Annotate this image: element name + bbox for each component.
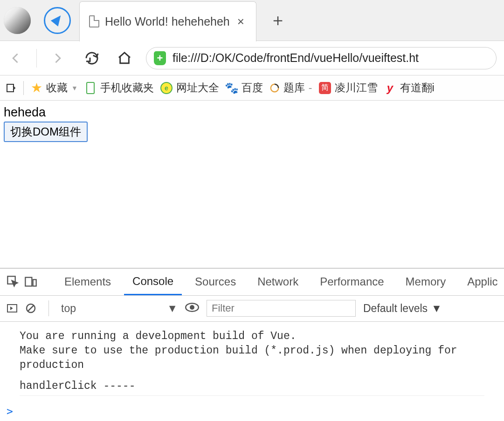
context-label: top	[61, 302, 76, 315]
divider	[48, 300, 49, 316]
phone-icon	[86, 82, 95, 94]
tab-elements[interactable]: Elements	[56, 268, 119, 295]
tab-console[interactable]: Console	[124, 268, 182, 295]
bookmarks-bar: ★ 收藏 ▼ 手机收藏夹 e 网址大全 🐾 百度 题库 - 简 凌川江雪 y 有…	[0, 75, 504, 101]
bookmark-label: 有道翻i	[400, 81, 435, 95]
devtools-tabs: Elements Console Sources Network Perform…	[0, 269, 504, 296]
page-icon	[89, 15, 99, 27]
console-output: You are running a development build of V…	[0, 322, 504, 401]
levels-label: Default levels	[363, 302, 428, 315]
tab-network[interactable]: Network	[249, 268, 307, 295]
device-toolbar-icon[interactable]	[24, 275, 37, 288]
new-tab-button[interactable]: ＋	[269, 9, 286, 32]
divider	[23, 81, 24, 95]
prompt-caret-icon: >	[7, 405, 13, 417]
bookmark-label: 网址大全	[176, 81, 219, 95]
browser-tab[interactable]: Hello World! heheheheh ×	[79, 1, 256, 41]
console-prompt[interactable]: >	[0, 401, 504, 421]
avatar[interactable]	[4, 7, 31, 34]
toolbar: file:///D:/OK/Code/frontEnd/vueHello/vue…	[0, 41, 504, 75]
bookmark-lingchuan[interactable]: 简 凌川江雪	[319, 81, 378, 95]
url-text: file:///D:/OK/Code/frontEnd/vueHello/vue…	[173, 51, 419, 65]
bookmark-baidu[interactable]: 🐾 百度	[226, 81, 263, 95]
page-content: heheda 切换DOM组件	[0, 101, 504, 294]
bookmark-label: 手机收藏夹	[100, 81, 154, 95]
bookmark-youdao[interactable]: y 有道翻i	[384, 81, 435, 95]
console-toolbar: top ▼ Default levels ▼	[0, 296, 504, 322]
youdao-icon: y	[384, 82, 396, 94]
svg-rect-3	[25, 278, 32, 286]
tiku-icon	[269, 83, 280, 93]
page-text: heheda	[4, 105, 500, 120]
tab-memory[interactable]: Memory	[397, 268, 455, 295]
reload-button[interactable]	[83, 51, 100, 66]
url-bar[interactable]: file:///D:/OK/Code/frontEnd/vueHello/vue…	[146, 47, 497, 69]
bookmark-label: 百度	[242, 81, 263, 95]
chevron-down-icon: ▼	[431, 302, 442, 315]
log-line: Make sure to use the production build (*…	[20, 344, 484, 373]
divider	[36, 49, 37, 68]
log-levels-select[interactable]: Default levels ▼	[363, 302, 442, 315]
tab-sources[interactable]: Sources	[186, 268, 244, 295]
console-sidebar-icon[interactable]	[7, 303, 18, 314]
360-icon: e	[160, 82, 173, 94]
svg-line-7	[28, 306, 34, 311]
log-line: You are running a development build of V…	[20, 329, 484, 344]
devtools-panel: Elements Console Sources Network Perform…	[0, 268, 504, 421]
toggle-dom-button[interactable]: 切换DOM组件	[4, 122, 88, 142]
tab-application[interactable]: Applic	[459, 268, 504, 295]
star-icon: ★	[30, 82, 42, 94]
close-tab-icon[interactable]: ×	[237, 14, 244, 29]
bookmark-mobile-fav[interactable]: 手机收藏夹	[84, 81, 154, 95]
svg-point-9	[190, 305, 194, 310]
chevron-down-icon: ▼	[167, 302, 178, 315]
live-expression-icon[interactable]	[185, 302, 199, 315]
bookmark-label: 凌川江雪	[335, 81, 378, 95]
filter-input[interactable]	[207, 300, 356, 317]
bookmark-label: 收藏	[46, 81, 68, 95]
svg-rect-0	[7, 84, 14, 92]
back-button[interactable]	[7, 52, 24, 65]
inspect-element-icon[interactable]	[7, 275, 20, 288]
bookmark-tiku[interactable]: 题库 -	[269, 81, 312, 95]
forward-button[interactable]	[49, 52, 66, 65]
chevron-down-icon: ▼	[71, 84, 78, 92]
shield-icon	[154, 51, 166, 65]
bookmark-toggle-icon[interactable]	[6, 82, 17, 94]
bookmark-urls[interactable]: e 网址大全	[160, 81, 219, 95]
tab-bar: Hello World! heheheheh × ＋	[0, 0, 504, 41]
execution-context-select[interactable]: top ▼	[61, 302, 178, 315]
console-message: You are running a development build of V…	[20, 327, 484, 374]
bookmark-favorites[interactable]: ★ 收藏 ▼	[30, 81, 78, 95]
svg-rect-4	[33, 280, 36, 286]
clear-console-icon[interactable]	[25, 303, 36, 314]
baidu-icon: 🐾	[226, 82, 238, 94]
tab-title: Hello World! heheheheh	[105, 15, 230, 28]
log-line: handlerClick -----	[20, 379, 484, 394]
jian-icon: 简	[319, 82, 331, 94]
navigation-icon[interactable]	[44, 7, 71, 34]
location-arrow-icon	[51, 12, 64, 26]
tab-performance[interactable]: Performance	[311, 268, 392, 295]
console-message: handlerClick -----	[20, 377, 484, 396]
home-button[interactable]	[116, 51, 133, 66]
bookmark-label: 题库	[283, 81, 305, 95]
